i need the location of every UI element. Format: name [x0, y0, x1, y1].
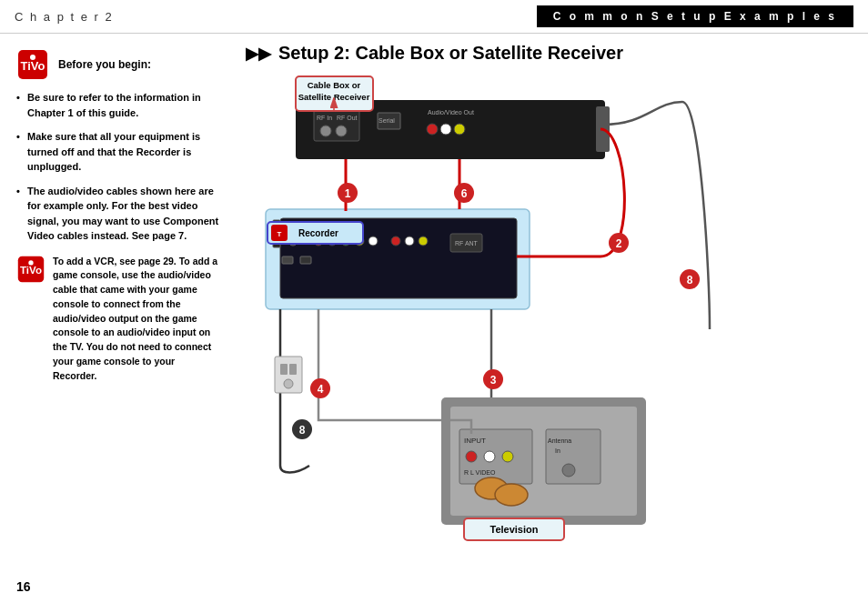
svg-text:Serial: Serial: [378, 117, 395, 124]
svg-point-75: [284, 379, 293, 388]
svg-text:RF Out: RF Out: [337, 115, 358, 121]
svg-point-48: [466, 451, 477, 462]
svg-text:INPUT: INPUT: [464, 437, 486, 445]
left-panel: TiVo Before you begin: Be sure to refer …: [0, 34, 237, 602]
svg-point-50: [502, 451, 513, 462]
section-title: C o m m o n S e t u p E x a m p l e s: [537, 5, 853, 27]
svg-point-49: [484, 451, 495, 462]
svg-text:RF In: RF In: [317, 115, 332, 121]
svg-point-55: [562, 464, 575, 477]
svg-point-2: [30, 55, 35, 60]
svg-text:TiVo: TiVo: [20, 265, 42, 276]
svg-text:6: 6: [461, 187, 468, 200]
setup-title-row: ▶▶ Setup 2: Cable Box or Satellite Recei…: [246, 43, 853, 64]
note-row: TiVo To add a VCR, see page 29. To add a…: [16, 255, 220, 384]
svg-point-33: [405, 236, 414, 246]
diagram-svg: RF In RF Out Serial Audio/Video Out Cabl…: [246, 75, 846, 584]
svg-point-10: [336, 126, 347, 136]
chapter-label: C h a p t e r 2: [15, 10, 114, 24]
main-content: TiVo Before you begin: Be sure to refer …: [0, 34, 868, 602]
page-header: C h a p t e r 2 C o m m o n S e t u p E …: [0, 0, 868, 34]
svg-point-32: [391, 236, 400, 246]
setup-title: Setup 2: Cable Box or Satellite Receiver: [278, 43, 623, 64]
svg-text:T: T: [278, 230, 282, 238]
svg-text:TiVo: TiVo: [21, 59, 45, 73]
svg-point-31: [368, 236, 378, 246]
bullet-item-3: The audio/video cables shown here are fo…: [16, 184, 220, 244]
svg-text:Recorder: Recorder: [298, 228, 338, 238]
svg-text:In: In: [555, 447, 560, 454]
svg-point-15: [427, 124, 438, 135]
svg-rect-38: [282, 256, 293, 264]
svg-point-16: [440, 124, 451, 135]
svg-text:3: 3: [490, 374, 497, 387]
page-number: 16: [16, 579, 31, 594]
svg-point-17: [454, 124, 465, 135]
svg-text:R    L    VIDEO: R L VIDEO: [464, 469, 496, 476]
bullet-item-1: Be sure to refer to the information in C…: [16, 90, 220, 120]
svg-text:2: 2: [616, 237, 622, 250]
arrows: ▶▶: [246, 44, 271, 64]
svg-rect-74: [289, 364, 297, 375]
svg-text:8: 8: [299, 424, 306, 437]
svg-text:Audio/Video Out: Audio/Video Out: [428, 109, 474, 116]
svg-text:Cable Box or: Cable Box or: [308, 80, 361, 90]
svg-text:8: 8: [687, 274, 693, 286]
svg-text:Antenna: Antenna: [548, 437, 571, 444]
svg-rect-39: [300, 256, 311, 264]
right-panel: ▶▶ Setup 2: Cable Box or Satellite Recei…: [237, 34, 868, 602]
svg-rect-73: [280, 364, 288, 375]
bullet-item-2: Make sure that all your equipment is tur…: [16, 129, 220, 175]
diagram-area: RF In RF Out Serial Audio/Video Out Cabl…: [246, 75, 853, 584]
svg-point-9: [320, 126, 331, 136]
tivo-note-icon: TiVo: [16, 255, 45, 284]
svg-text:Television: Television: [490, 524, 539, 535]
svg-point-34: [419, 236, 428, 246]
svg-point-5: [28, 260, 33, 265]
before-begin-row: TiVo Before you begin:: [16, 48, 220, 81]
before-begin-label: Before you begin:: [58, 56, 151, 73]
svg-text:4: 4: [318, 383, 324, 396]
svg-point-77: [495, 484, 528, 506]
note-text: To add a VCR, see page 29. To add a game…: [53, 255, 220, 384]
svg-text:1: 1: [345, 187, 351, 200]
bullet-list: Be sure to refer to the information in C…: [16, 90, 220, 244]
tivo-icon: TiVo: [16, 48, 49, 81]
svg-text:RF ANT: RF ANT: [455, 240, 479, 246]
